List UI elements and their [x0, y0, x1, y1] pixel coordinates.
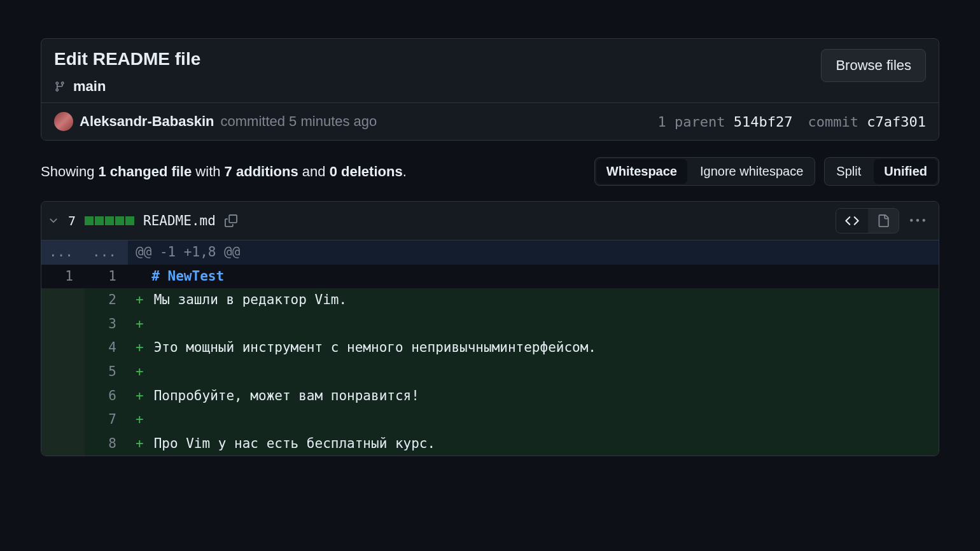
code-cell: +	[128, 312, 939, 337]
old-line-number	[41, 336, 85, 360]
hunk-header-row: ... ... @@ -1 +1,8 @@	[41, 241, 939, 265]
author-name[interactable]: Aleksandr-Babaskin	[80, 113, 214, 130]
branch-indicator[interactable]: main	[54, 78, 200, 95]
new-line-number: 8	[85, 432, 128, 456]
old-line-number	[41, 288, 85, 312]
commit-hash: c7af301	[867, 114, 926, 130]
diff-line: 11 # NewTest	[41, 265, 939, 289]
branch-name: main	[73, 78, 106, 95]
old-line-number	[41, 408, 85, 432]
file-name[interactable]: README.md	[143, 213, 216, 228]
whitespace-toggle: Whitespace Ignore whitespace	[594, 157, 815, 186]
diff-line: 8+ Про Vim у нас есть бесплатный курс.	[41, 432, 939, 456]
diff-line: 5+	[41, 360, 939, 384]
hunk-header-text: @@ -1 +1,8 @@	[128, 241, 939, 265]
old-line-number	[41, 312, 85, 337]
kebab-menu-icon[interactable]	[908, 214, 927, 227]
old-line-number: 1	[41, 265, 85, 289]
code-cell: + Мы зашли в редактор Vim.	[128, 288, 939, 312]
diff-line: 2+ Мы зашли в редактор Vim.	[41, 288, 939, 312]
file-change-count: 7	[68, 213, 76, 228]
diff-line: 4+ Это мощный инструмент с немного непри…	[41, 336, 939, 360]
code-cell: + Про Vim у нас есть бесплатный курс.	[128, 432, 939, 456]
new-line-number: 3	[85, 312, 128, 337]
whitespace-ignore-button[interactable]: Ignore whitespace	[689, 158, 815, 185]
diff-view-toggle: Split Unified	[824, 157, 939, 186]
old-line-number	[41, 384, 85, 408]
new-line-number: 4	[85, 336, 128, 360]
commit-summary-box: Edit README file main Browse files Aleks…	[41, 38, 939, 141]
new-line-number: 5	[85, 360, 128, 384]
diff-table: ... ... @@ -1 +1,8 @@ 11 # NewTest2+ Мы …	[41, 241, 939, 456]
expand-hunk-button[interactable]: ...	[85, 241, 128, 265]
code-cell: + Это мощный инструмент с немного неприв…	[128, 336, 939, 360]
source-view-button[interactable]	[836, 209, 868, 233]
old-line-number	[41, 360, 85, 384]
committed-time: committed 5 minutes ago	[221, 113, 377, 130]
commit-title: Edit README file	[54, 49, 200, 69]
diff-line: 6+ Попробуйте, может вам понравится!	[41, 384, 939, 408]
code-cell: +	[128, 360, 939, 384]
commit-ids: 1 parent 514bf27 commit c7af301	[658, 114, 926, 130]
code-cell: # NewTest	[128, 265, 939, 289]
copy-icon[interactable]	[225, 214, 237, 227]
file-diff-box: 7 README.md	[41, 201, 939, 456]
new-line-number: 6	[85, 384, 128, 408]
file-icon	[877, 214, 890, 228]
rendered-view-button[interactable]	[868, 209, 899, 233]
expand-hunk-button[interactable]: ...	[41, 241, 85, 265]
parent-hash[interactable]: 514bf27	[734, 114, 793, 130]
whitespace-show-button[interactable]: Whitespace	[596, 159, 687, 184]
git-branch-icon	[54, 80, 66, 93]
file-view-toggle	[836, 208, 899, 234]
diff-line: 3+	[41, 312, 939, 337]
code-cell: + Попробуйте, может вам понравится!	[128, 384, 939, 408]
diff-line: 7+	[41, 408, 939, 432]
diff-summary: Showing 1 changed file with 7 additions …	[41, 164, 407, 180]
browse-files-button[interactable]: Browse files	[821, 49, 926, 82]
new-line-number: 2	[85, 288, 128, 312]
unified-view-button[interactable]: Unified	[874, 159, 937, 184]
chevron-down-icon[interactable]	[48, 215, 59, 227]
split-view-button[interactable]: Split	[825, 158, 872, 185]
new-line-number: 1	[85, 265, 128, 289]
old-line-number	[41, 432, 85, 456]
diff-stat-squares	[85, 216, 134, 225]
code-icon	[845, 214, 859, 228]
author-avatar[interactable]	[54, 112, 73, 131]
code-cell: +	[128, 408, 939, 432]
new-line-number: 7	[85, 408, 128, 432]
